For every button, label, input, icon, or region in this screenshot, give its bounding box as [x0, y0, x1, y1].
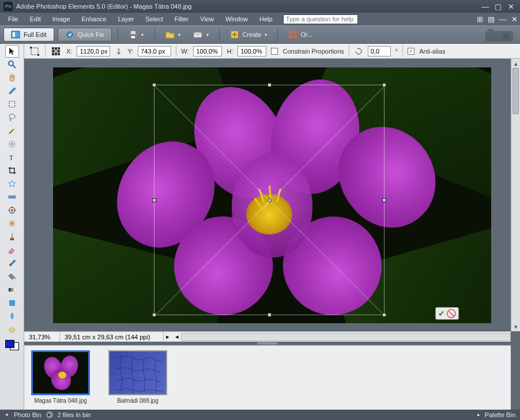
- svg-rect-15: [488, 29, 493, 32]
- transform-handle-n[interactable]: [267, 83, 272, 87]
- hscroll-left-button[interactable]: ◂: [173, 333, 181, 340]
- menu-image[interactable]: Image: [47, 14, 76, 24]
- reference-point-icon[interactable]: [50, 46, 62, 57]
- menu-filter[interactable]: Filter: [169, 14, 194, 24]
- tab-quick-fix[interactable]: Quick Fix: [58, 28, 112, 41]
- photo-bin-thumbnail[interactable]: Balmádi 088.jpg: [106, 350, 169, 405]
- menu-select[interactable]: Select: [140, 14, 169, 24]
- antialias-checkbox[interactable]: [408, 48, 415, 55]
- palette-bin-toggle-icon[interactable]: ▲: [476, 413, 481, 417]
- clone-stamp-tool[interactable]: [5, 230, 19, 243]
- print-button[interactable]: ▼: [124, 28, 149, 41]
- constrain-label: Constrain Proportions: [282, 48, 344, 55]
- document-info-bar: 31,73% 39,51 cm x 29,63 cm (144 ppi) ▸ ◂: [24, 331, 511, 342]
- color-swatches[interactable]: [5, 340, 19, 350]
- marquee-tool[interactable]: [5, 98, 19, 111]
- menu-help[interactable]: Help: [254, 14, 278, 24]
- zoom-tool[interactable]: [5, 58, 19, 71]
- type-tool[interactable]: T: [5, 151, 19, 164]
- doc-close-icon[interactable]: ✕: [511, 15, 518, 24]
- svg-rect-17: [30, 47, 32, 48]
- scroll-thumb[interactable]: [513, 68, 519, 114]
- close-button[interactable]: ✕: [505, 2, 517, 11]
- tab-full-edit[interactable]: Full Edit: [3, 28, 54, 41]
- menu-edit[interactable]: Edit: [24, 14, 47, 24]
- lasso-tool[interactable]: [5, 111, 19, 124]
- scroll-down-button[interactable]: ▾: [511, 322, 520, 331]
- tab-quick-fix-label: Quick Fix: [78, 31, 104, 38]
- create-button[interactable]: Create ▼: [225, 28, 272, 41]
- rotate-icon[interactable]: [354, 47, 363, 56]
- svg-point-32: [11, 143, 13, 145]
- organize-button[interactable]: Or...: [284, 28, 316, 41]
- svg-rect-43: [9, 300, 15, 306]
- menu-view[interactable]: View: [194, 14, 220, 24]
- email-button[interactable]: ▼: [189, 28, 213, 41]
- sponge-tool[interactable]: [5, 323, 19, 336]
- photo-bin-label[interactable]: Photo Bin: [14, 411, 42, 418]
- y-position-field[interactable]: [138, 46, 171, 56]
- angle-field[interactable]: [368, 46, 391, 56]
- printer-icon: [128, 29, 138, 40]
- blur-tool[interactable]: [5, 310, 19, 323]
- straighten-tool[interactable]: [5, 191, 19, 203]
- svg-point-46: [13, 330, 14, 331]
- cookie-cutter-tool[interactable]: [5, 177, 19, 190]
- palette-bin-label[interactable]: Palette Bin: [485, 411, 515, 418]
- doc-minimize-icon[interactable]: —: [499, 15, 507, 24]
- envelope-icon: [193, 29, 203, 40]
- menu-file[interactable]: File: [2, 14, 24, 24]
- slideshow-button[interactable]: ▶: [46, 411, 53, 418]
- transform-handle-s[interactable]: [267, 313, 272, 317]
- folder-icon: [165, 29, 175, 40]
- window-title: Adobe Photoshop Elements 5.0 (Editor) - …: [16, 3, 478, 10]
- menu-window[interactable]: Window: [220, 14, 254, 24]
- svg-rect-23: [55, 50, 57, 52]
- svg-rect-22: [52, 50, 54, 52]
- constrain-proportions-checkbox[interactable]: [271, 48, 278, 55]
- shape-tool[interactable]: [5, 297, 19, 309]
- document-canvas[interactable]: ✔ 🚫: [53, 67, 491, 323]
- svg-point-45: [10, 329, 12, 330]
- magic-wand-tool[interactable]: [5, 124, 19, 137]
- antialias-label: Anti-alias: [419, 48, 445, 55]
- height-field[interactable]: [238, 46, 266, 56]
- dropdown-arrow-icon: ▼: [178, 33, 182, 37]
- move-tool[interactable]: [5, 45, 19, 58]
- minimize-button[interactable]: —: [480, 2, 491, 11]
- horizontal-scrollbar[interactable]: [181, 333, 511, 341]
- photo-bin: Magas Tátra 048.jpg Balmádi 088.jpg: [24, 345, 511, 410]
- maximize-button[interactable]: ▢: [492, 2, 504, 11]
- eraser-tool[interactable]: [5, 244, 19, 256]
- info-menu-button[interactable]: ▸: [164, 333, 172, 340]
- zoom-level[interactable]: 31,73%: [24, 332, 60, 342]
- photo-bin-toggle-icon[interactable]: ▼: [5, 413, 9, 418]
- browse-button[interactable]: ▼: [161, 28, 186, 41]
- gradient-tool[interactable]: [5, 283, 19, 296]
- main-area: T: [0, 59, 520, 410]
- hand-tool[interactable]: [5, 71, 19, 84]
- cancel-transform-button[interactable]: 🚫: [446, 309, 456, 318]
- commit-transform-button[interactable]: ✔: [438, 309, 445, 318]
- menu-layer[interactable]: Layer: [112, 14, 140, 24]
- selection-brush-tool[interactable]: [5, 138, 19, 150]
- photo-bin-thumbnail[interactable]: Magas Tátra 048.jpg: [29, 350, 92, 405]
- width-field[interactable]: [193, 46, 222, 56]
- tile-windows-icon[interactable]: ▤: [488, 15, 495, 24]
- eyedropper-tool[interactable]: [5, 85, 19, 97]
- canvas-viewport[interactable]: ✔ 🚫 ▴ ▾: [24, 59, 520, 331]
- dropdown-arrow-icon: ▼: [205, 33, 209, 37]
- menu-enhance[interactable]: Enhance: [76, 14, 112, 24]
- crop-tool[interactable]: [5, 164, 19, 177]
- transform-tool-icon[interactable]: [29, 46, 40, 57]
- foreground-color-swatch[interactable]: [5, 340, 14, 348]
- vertical-scrollbar[interactable]: ▴ ▾: [511, 59, 520, 331]
- red-eye-tool[interactable]: [5, 204, 19, 217]
- help-search-input[interactable]: [283, 14, 358, 24]
- x-position-field[interactable]: [77, 46, 110, 56]
- healing-brush-tool[interactable]: [5, 217, 19, 230]
- cascade-windows-icon[interactable]: ⊞: [477, 15, 483, 24]
- scroll-up-button[interactable]: ▴: [511, 59, 520, 68]
- paint-bucket-tool[interactable]: [5, 270, 19, 283]
- brush-tool[interactable]: [5, 257, 19, 270]
